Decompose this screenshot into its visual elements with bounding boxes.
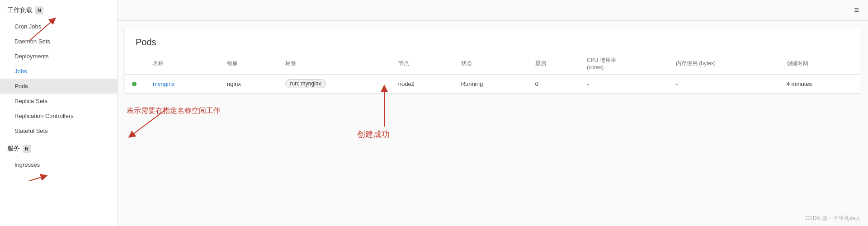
sidebar-item-jobs[interactable]: Jobs bbox=[0, 64, 117, 79]
top-bar: ≡ bbox=[118, 0, 868, 21]
col-header-state: 状态 bbox=[454, 53, 528, 75]
pod-created-cell: 4 minutes bbox=[779, 75, 861, 93]
pod-memory-cell: - bbox=[669, 75, 779, 93]
pod-name-cell: mynginx bbox=[146, 75, 220, 93]
pod-label-badge: run: mynginx bbox=[285, 79, 326, 88]
sidebar-section-services-badge: N bbox=[23, 145, 31, 153]
status-dot bbox=[132, 82, 137, 86]
pod-name-link[interactable]: mynginx bbox=[153, 80, 175, 87]
col-header-memory: 内存使用 (bytes) bbox=[669, 53, 779, 75]
sidebar-section-workload-badge: N bbox=[35, 6, 43, 14]
sidebar-item-replicasets[interactable]: Replica Sets bbox=[0, 94, 117, 108]
sidebar-item-replicationcontrollers[interactable]: Replication Controllers bbox=[0, 108, 117, 123]
sidebar-item-cronjobs[interactable]: Cron Jobs bbox=[0, 19, 117, 34]
pods-title: Pods bbox=[125, 28, 861, 53]
svg-line-2 bbox=[131, 108, 167, 136]
col-header-label: 标签 bbox=[278, 53, 391, 75]
col-header-status bbox=[125, 53, 146, 75]
col-header-cpu: CPU 使用率(cores) bbox=[580, 53, 669, 75]
pod-restarts-cell: 0 bbox=[528, 75, 580, 93]
table-row: mynginx nginx run: mynginx node2 Running… bbox=[125, 75, 861, 93]
col-header-created: 创建时间 bbox=[779, 53, 861, 75]
pod-label-cell: run: mynginx bbox=[278, 75, 391, 93]
pods-table: 名称 镜像 标签 节点 状态 重启 CPU 使用率(cores) 内存使用 (b… bbox=[125, 53, 861, 93]
svg-line-1 bbox=[29, 176, 44, 181]
col-header-name: 名称 bbox=[146, 53, 220, 75]
pod-cpu-cell: - bbox=[580, 75, 669, 93]
pod-image-cell: nginx bbox=[220, 75, 278, 93]
watermark: CSDN @一个平凡de人 bbox=[805, 215, 861, 222]
sidebar-item-ingresses[interactable]: Ingresses bbox=[0, 157, 117, 172]
annotation-text-created: 创建成功 bbox=[357, 129, 390, 140]
sidebar-item-deployments[interactable]: Deployments bbox=[0, 49, 117, 64]
pod-node-cell: node2 bbox=[391, 75, 454, 93]
pod-status-dot-cell bbox=[125, 75, 146, 93]
sidebar-section-workload[interactable]: 工作负载 N bbox=[0, 0, 117, 19]
table-header-row: 名称 镜像 标签 节点 状态 重启 CPU 使用率(cores) 内存使用 (b… bbox=[125, 53, 861, 75]
pod-state-cell: Running bbox=[454, 75, 528, 93]
col-header-restarts: 重启 bbox=[528, 53, 580, 75]
sidebar-item-pods[interactable]: Pods bbox=[0, 79, 117, 94]
col-header-image: 镜像 bbox=[220, 53, 278, 75]
sidebar: 工作负载 N Cron Jobs Daemon Sets Deployments… bbox=[0, 0, 118, 226]
main-content: ≡ Pods 名称 镜像 标签 节点 状态 重启 CPU 使用率(cores) … bbox=[118, 0, 868, 226]
sidebar-section-services-label: 服务 bbox=[7, 145, 20, 153]
pods-panel: Pods 名称 镜像 标签 节点 状态 重启 CPU 使用率(cores) 内存… bbox=[125, 28, 861, 93]
sidebar-item-daemonsets[interactable]: Daemon Sets bbox=[0, 34, 117, 49]
sidebar-section-workload-label: 工作负载 bbox=[7, 6, 33, 14]
sidebar-item-statefulsets[interactable]: Stateful Sets bbox=[0, 123, 117, 138]
menu-icon[interactable]: ≡ bbox=[852, 4, 861, 17]
sidebar-section-services[interactable]: 服务 N bbox=[0, 138, 117, 157]
col-header-node: 节点 bbox=[391, 53, 454, 75]
annotation-text-namespace: 表示需要在指定名称空间工作 bbox=[127, 106, 221, 116]
